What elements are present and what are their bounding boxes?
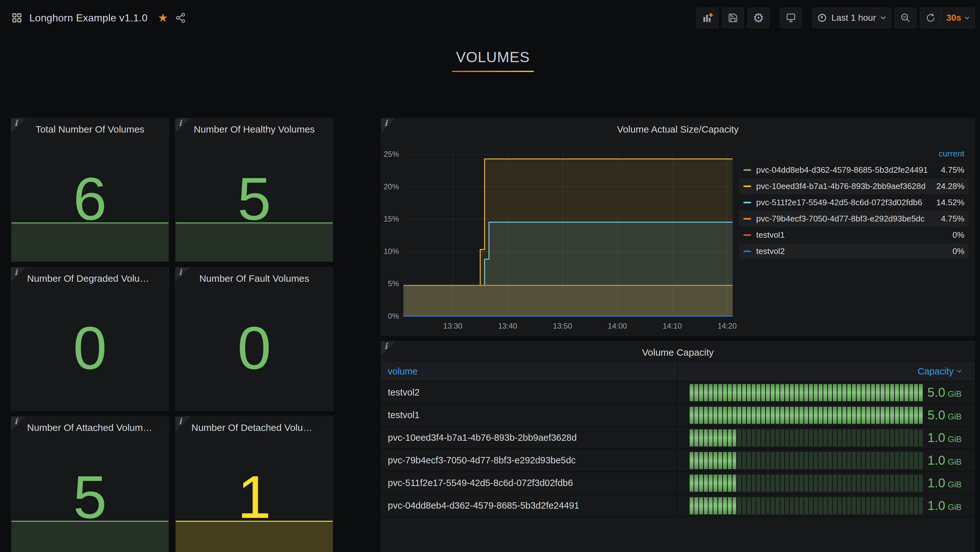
x-axis-tick: 14:10 (663, 322, 682, 330)
panel-info-corner[interactable] (175, 416, 190, 431)
legend-series-name[interactable]: pvc-79b4ecf3-7050-4d77-8bf3-e292d93be5dc (756, 214, 941, 224)
info-icon: i (14, 267, 18, 277)
capacity-unit: GiB (948, 412, 961, 422)
cycle-view-mode-button[interactable] (780, 8, 802, 28)
panel-info-corner[interactable] (175, 118, 190, 133)
stat-value: 6 (11, 168, 169, 229)
stat-panel-title[interactable]: Total Number Of Volumes (27, 124, 153, 135)
capacity-cell: 5.0 GiB (678, 404, 974, 426)
stat-sparkline-area (176, 521, 333, 552)
stat-panel-title[interactable]: Number Of Attached Volumes (27, 422, 153, 433)
table-panel-title[interactable]: Volume Capacity (397, 347, 959, 358)
capacity-cell: 5.0 GiB (678, 381, 974, 404)
zoom-out-time-button[interactable] (895, 8, 916, 28)
capacity-led-gauge (690, 452, 923, 469)
volume-name-cell: pvc-511f2e17-5549-42d5-8c6d-072f3d02fdb6 (382, 472, 678, 494)
legend-row[interactable]: testvol1 0% (739, 227, 969, 243)
panel-info-corner[interactable] (11, 118, 26, 133)
volume-capacity-panel: i Volume Capacity volume Capacity testvo… (381, 341, 975, 552)
x-axis-tick: 13:40 (498, 322, 517, 330)
add-panel-button[interactable] (697, 8, 718, 28)
section-title[interactable]: VOLUMES (456, 48, 530, 65)
panel-info-corner[interactable] (11, 267, 26, 282)
save-icon (728, 13, 738, 23)
panel-info-corner[interactable] (381, 118, 396, 133)
x-axis-tick: 14:20 (718, 322, 737, 330)
legend-series-name[interactable]: pvc-04dd8eb4-d362-4579-8685-5b3d2fe24491 (756, 165, 941, 175)
legend-series-name[interactable]: pvc-511f2e17-5549-42d5-8c6d-072f3d02fdb6 (756, 198, 936, 207)
legend-color-swatch (743, 169, 751, 171)
apps-grid-icon[interactable] (11, 13, 22, 23)
refresh-dashboard-button[interactable] (920, 8, 941, 28)
dashboard-settings-button[interactable]: ⚙ (748, 8, 769, 28)
stat-panel-title[interactable]: Number Of Fault Volumes (191, 273, 317, 284)
legend-row[interactable]: pvc-79b4ecf3-7050-4d77-8bf3-e292d93be5dc… (739, 211, 969, 227)
volume-name-cell: pvc-10eed3f4-b7a1-4b76-893b-2bb9aef3628d (382, 427, 678, 449)
y-axis-tick: 15% (381, 215, 399, 223)
capacity-led-fill (690, 407, 923, 424)
x-axis-tick: 13:50 (553, 322, 572, 330)
stat-panel-title[interactable]: Number Of Detached Volumes... (191, 422, 317, 433)
capacity-led-gauge (690, 475, 923, 492)
legend-current-value: 0% (952, 246, 964, 256)
stat-panel: i Number Of Fault Volumes 0 (175, 267, 333, 411)
timeseries-plot[interactable] (403, 150, 733, 317)
legend-row[interactable]: pvc-511f2e17-5549-42d5-8c6d-072f3d02fdb6… (739, 195, 969, 211)
stat-panel: i Total Number Of Volumes 6 (11, 118, 169, 262)
legend-series-name[interactable]: testvol2 (756, 246, 952, 256)
column-header-capacity[interactable]: Capacity (678, 362, 974, 381)
x-axis-tick: 14:00 (608, 322, 627, 330)
column-header-volume[interactable]: volume (382, 362, 678, 381)
volume-name-cell: testvol1 (382, 404, 678, 426)
star-icon[interactable]: ★ (158, 12, 168, 24)
capacity-cell: 1.0 GiB (678, 472, 974, 494)
share-icon[interactable] (175, 13, 186, 23)
capacity-led-fill (690, 429, 736, 447)
capacity-led-fill (690, 497, 736, 514)
add-panel-icon (702, 13, 713, 23)
y-axis-tick: 20% (381, 183, 399, 191)
panel-info-corner[interactable] (381, 341, 396, 356)
stat-sparkline-area (11, 521, 169, 552)
refresh-interval-picker[interactable]: 30s (941, 8, 975, 28)
capacity-led-gauge (690, 384, 923, 401)
chart-panel-title[interactable]: Volume Actual Size/Capacity (397, 124, 959, 135)
refresh-icon (926, 13, 936, 23)
save-dashboard-button[interactable] (722, 8, 744, 28)
capacity-cell: 1.0 GiB (678, 427, 974, 449)
legend-current-header[interactable]: current (739, 149, 969, 162)
legend-row[interactable]: testvol2 0% (739, 243, 969, 259)
legend-series-name[interactable]: pvc-10eed3f4-b7a1-4b76-893b-2bb9aef3628d (756, 181, 936, 191)
time-range-picker[interactable]: Last 1 hour (813, 8, 891, 28)
table-header-row: volume Capacity (382, 362, 974, 381)
info-icon: i (14, 118, 18, 128)
table-row: pvc-10eed3f4-b7a1-4b76-893b-2bb9aef3628d… (382, 427, 974, 449)
capacity-led-fill (690, 452, 736, 469)
sort-chevron-down-icon (957, 370, 961, 373)
capacity-unit: GiB (948, 434, 961, 444)
panel-info-corner[interactable] (175, 267, 190, 282)
capacity-number: 1.0 (928, 453, 945, 467)
legend-row[interactable]: pvc-04dd8eb4-d362-4579-8685-5b3d2fe24491… (739, 162, 969, 178)
stat-value: 5 (11, 467, 169, 527)
legend-row[interactable]: pvc-10eed3f4-b7a1-4b76-893b-2bb9aef3628d… (739, 178, 969, 195)
panel-info-corner[interactable] (11, 416, 26, 431)
series-fill-pvc-79b4ecf3-7050-4d77-8bf3-e292d93be5dc (403, 285, 733, 316)
refresh-interval-label: 30s (946, 13, 961, 23)
stat-value: 5 (175, 168, 333, 229)
time-range-label: Last 1 hour (831, 13, 876, 23)
section-underline (452, 71, 534, 72)
dashboard-title[interactable]: Longhorn Example v1.1.0 (29, 12, 148, 24)
capacity-number: 1.0 (928, 498, 945, 513)
capacity-led-fill (690, 384, 923, 401)
legend-color-swatch (743, 202, 751, 203)
stat-panel-title[interactable]: Number Of Healthy Volumes (191, 124, 317, 135)
legend-current-value: 24.28% (936, 181, 964, 191)
legend-color-swatch (743, 218, 751, 220)
stat-panel-title[interactable]: Number Of Degraded Volumes... (27, 273, 153, 284)
chevron-down-icon (880, 16, 886, 20)
legend-series-name[interactable]: testvol1 (756, 230, 952, 240)
stat-panel: i Number Of Degraded Volumes... 0 (11, 267, 169, 411)
x-axis-tick: 13:30 (443, 322, 462, 330)
capacity-unit: GiB (948, 457, 961, 467)
